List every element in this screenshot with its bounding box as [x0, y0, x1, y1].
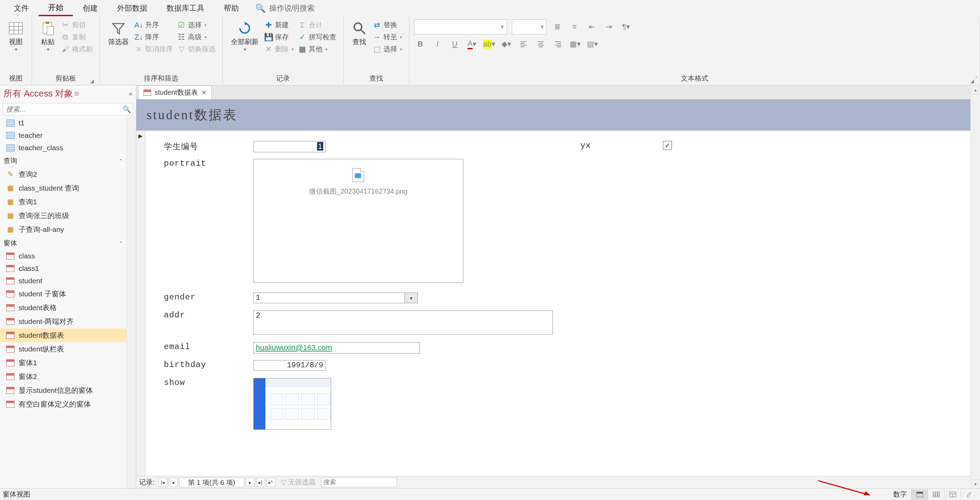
- recnav-first-button[interactable]: |◂: [158, 478, 167, 487]
- format-painter-button[interactable]: 🖌格式刷: [59, 43, 95, 55]
- font-size-combo[interactable]: ▾: [512, 19, 546, 34]
- view-layout-button[interactable]: [944, 489, 961, 500]
- dropdown-icon[interactable]: ⊙: [74, 90, 79, 97]
- menu-tab-file[interactable]: 文件: [4, 1, 38, 16]
- nav-item-table[interactable]: t1: [0, 117, 126, 129]
- nav-item-form[interactable]: student-两端对齐: [0, 315, 126, 328]
- nav-item-form[interactable]: 窗体2: [0, 370, 126, 383]
- nav-item-query[interactable]: ✎查询2: [0, 168, 126, 181]
- dialog-launcher-icon[interactable]: ◢: [970, 78, 974, 84]
- nav-item-form[interactable]: student: [0, 275, 126, 287]
- collapse-ribbon-button[interactable]: ˄: [975, 75, 978, 83]
- menu-tab-dbtools[interactable]: 数据库工具: [157, 1, 214, 16]
- indent-increase-button[interactable]: ⇥: [603, 21, 615, 33]
- view-button[interactable]: 视图 ▾: [5, 19, 27, 53]
- view-form-button[interactable]: [911, 489, 928, 500]
- gridlines-button[interactable]: ▦▾: [569, 38, 581, 50]
- nav-item-query[interactable]: ▦查询1: [0, 195, 126, 209]
- delete-button[interactable]: ✕删除▾: [262, 43, 296, 55]
- bullets-button[interactable]: ≣: [551, 21, 563, 33]
- combo-dropdown-button[interactable]: ▾: [405, 292, 418, 303]
- italic-button[interactable]: I: [431, 38, 444, 50]
- record-selector[interactable]: ▶: [136, 131, 145, 476]
- nav-item-form[interactable]: student表格: [0, 301, 126, 315]
- filter-button[interactable]: 筛选器: [105, 19, 132, 48]
- spelling-button[interactable]: ✓拼写检查: [296, 31, 338, 43]
- field-input-birthday[interactable]: 1991/8/9: [253, 360, 326, 371]
- toggle-filter-button[interactable]: ▽切换筛选: [175, 43, 218, 55]
- nav-item-query[interactable]: ▦class_student 查询: [0, 181, 126, 195]
- nav-header[interactable]: 所有 Access 对象 ⊙ «: [0, 85, 136, 102]
- goto-button[interactable]: →转至▾: [371, 31, 404, 43]
- copy-button[interactable]: ⧉复制: [59, 31, 95, 43]
- recnav-search-input[interactable]: [321, 478, 397, 487]
- nav-group-header-query[interactable]: 查询⌃: [0, 154, 126, 168]
- sort-asc-button[interactable]: A↓升序: [132, 19, 175, 31]
- underline-button[interactable]: U: [449, 38, 461, 50]
- nav-item-form[interactable]: 有空白窗体定义的窗体: [0, 397, 126, 411]
- indent-decrease-button[interactable]: ⇤: [585, 21, 598, 33]
- cut-button[interactable]: ✂剪切: [59, 19, 95, 31]
- sort-desc-button[interactable]: Z↓降序: [132, 31, 175, 43]
- recnav-last-button[interactable]: ▸|: [256, 478, 265, 487]
- more-button[interactable]: ▦其他▾: [296, 43, 338, 55]
- totals-button[interactable]: Σ合计: [296, 19, 338, 31]
- menu-tab-help[interactable]: 帮助: [214, 1, 248, 16]
- refresh-all-button[interactable]: 全部刷新 ▾: [228, 19, 262, 53]
- alt-row-button[interactable]: ▤▾: [586, 38, 598, 50]
- recnav-new-button[interactable]: ▸*: [266, 478, 275, 487]
- search-icon[interactable]: 🔍: [121, 105, 133, 113]
- replace-button[interactable]: ⇄替换: [371, 19, 404, 31]
- font-name-combo[interactable]: ▾: [414, 19, 507, 34]
- field-image-show[interactable]: [253, 378, 331, 430]
- document-tab[interactable]: student数据表 ✕: [138, 85, 212, 99]
- scroll-up-button[interactable]: ▴: [971, 85, 980, 94]
- align-left-button[interactable]: [517, 38, 530, 50]
- clear-sort-button[interactable]: ⤫取消排序: [132, 43, 175, 55]
- workspace-scrollbar[interactable]: ▴ ▾: [970, 85, 980, 488]
- find-button[interactable]: 查找: [348, 19, 371, 48]
- nav-item-form[interactable]: student 子窗体: [0, 287, 126, 301]
- nav-item-query[interactable]: ▦查询张三的班级: [0, 209, 126, 223]
- nav-item-table[interactable]: teacher: [0, 129, 126, 142]
- view-datasheet-button[interactable]: [928, 489, 944, 500]
- field-attachment-portrait[interactable]: 微信截图_20230417162734.png: [253, 159, 463, 283]
- nav-item-table[interactable]: teacher_class: [0, 142, 126, 154]
- new-record-button[interactable]: ✚新建: [262, 19, 296, 31]
- close-tab-button[interactable]: ✕: [201, 89, 207, 96]
- scroll-down-button[interactable]: ▾: [971, 479, 980, 488]
- collapse-icon[interactable]: ⌃: [119, 158, 123, 164]
- align-center-button[interactable]: [535, 38, 547, 50]
- nav-group-header-form[interactable]: 窗体⌃: [0, 236, 126, 250]
- align-right-button[interactable]: [552, 38, 564, 50]
- nav-item-form[interactable]: 显示student信息的窗体: [0, 383, 126, 397]
- menu-tab-external[interactable]: 外部数据: [107, 1, 157, 16]
- nav-item-form[interactable]: student纵栏表: [0, 342, 126, 356]
- nav-search-input[interactable]: [3, 105, 121, 113]
- field-input-email[interactable]: hualiuwuxin@163.com: [253, 342, 420, 353]
- recnav-filter-indicator[interactable]: ▽无筛选器: [281, 478, 316, 487]
- field-input-addr[interactable]: 2: [253, 310, 553, 335]
- view-design-button[interactable]: [961, 489, 977, 500]
- nav-item-form[interactable]: class: [0, 250, 126, 262]
- recnav-next-button[interactable]: ▸: [246, 478, 255, 487]
- fill-color-button[interactable]: ◆▾: [500, 38, 512, 50]
- font-color-button[interactable]: A▾: [466, 38, 478, 50]
- nav-item-query[interactable]: ▦子查询-all-any: [0, 223, 126, 236]
- nav-item-form[interactable]: student数据表: [0, 328, 126, 342]
- highlight-button[interactable]: ab▾: [483, 38, 495, 50]
- field-checkbox-yx[interactable]: ✓: [663, 141, 672, 150]
- paste-button[interactable]: 粘贴 ▾: [37, 19, 59, 53]
- tell-me-icon[interactable]: 🔍: [255, 3, 266, 13]
- select-button[interactable]: ⬚选择▾: [371, 43, 404, 55]
- nav-scrollbar[interactable]: [126, 117, 136, 488]
- menu-tab-create[interactable]: 创建: [73, 1, 107, 16]
- numbering-button[interactable]: ≡: [568, 21, 581, 33]
- nav-item-form[interactable]: class1: [0, 262, 126, 275]
- tell-me-label[interactable]: 操作说明搜索: [269, 3, 315, 13]
- recnav-prev-button[interactable]: ◂: [169, 478, 178, 487]
- advanced-button[interactable]: ☷高级▾: [175, 31, 218, 43]
- nav-pin-button[interactable]: «: [129, 89, 132, 97]
- field-combo-gender[interactable]: 1 ▾: [253, 292, 418, 303]
- selection-button[interactable]: ☑选择▾: [175, 19, 218, 31]
